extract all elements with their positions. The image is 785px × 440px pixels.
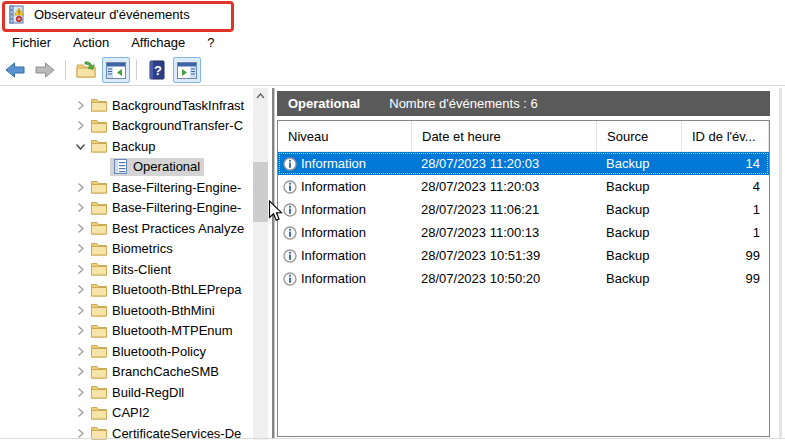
chevron-icon[interactable] (72, 384, 89, 401)
source-cell: Backup (597, 248, 682, 263)
toolbar-separator (136, 60, 137, 80)
tree-item[interactable]: Build-RegDll (72, 382, 188, 402)
chevron-icon[interactable] (72, 281, 89, 298)
tree-item-label: Base-Filtering-Engine- (112, 180, 241, 195)
information-icon (283, 180, 297, 194)
event-id-cell: 99 (682, 248, 769, 263)
chevron-icon[interactable] (72, 199, 89, 216)
chevron-icon[interactable] (72, 117, 89, 134)
tree-item[interactable]: Backup (72, 136, 159, 156)
toolbar-separator (65, 60, 66, 80)
back-icon[interactable] (1, 57, 29, 83)
table-header: NiveauDate et heureSourceID de l'év... (278, 121, 769, 152)
chevron-icon[interactable] (72, 261, 89, 278)
folder-icon (90, 200, 108, 216)
tree-item[interactable]: Bluetooth-MTPEnum (72, 321, 237, 341)
column-header[interactable]: Date et heure (412, 121, 597, 151)
tree-item-label: Biometrics (112, 241, 173, 256)
event-row[interactable]: Information 28/07/2023 11:20:03 Backup 4 (278, 175, 769, 198)
menu-item[interactable]: Fichier (1, 31, 62, 54)
panel-divider[interactable] (272, 88, 275, 438)
tree-item[interactable]: Base-Filtering-Engine- (72, 198, 245, 218)
tree-item[interactable]: BackgroundTransfer-C (72, 116, 247, 136)
level-cell: Information (278, 156, 412, 171)
information-icon (283, 272, 297, 286)
event-id-cell: 99 (682, 271, 769, 286)
events-count: Nombre d'événements : 6 (389, 96, 537, 111)
window-bottom-edge (0, 438, 785, 439)
export-folder-icon[interactable] (72, 57, 100, 83)
column-header[interactable]: Niveau (278, 121, 412, 151)
chevron-icon[interactable] (72, 220, 89, 237)
event-row[interactable]: Information 28/07/2023 10:50:20 Backup 9… (278, 267, 769, 290)
forward-icon[interactable] (31, 57, 59, 83)
folder-icon (90, 323, 108, 339)
event-row[interactable]: Information 28/07/2023 11:06:21 Backup 1 (278, 198, 769, 221)
scroll-up-icon[interactable] (253, 88, 268, 104)
level-cell: Information (278, 271, 412, 286)
scrollbar-thumb[interactable] (253, 162, 268, 222)
tree-scrollbar[interactable] (253, 88, 268, 440)
help-icon[interactable]: ? (143, 57, 171, 83)
tree-item[interactable]: BranchCacheSMB (72, 362, 223, 382)
event-row[interactable]: Information 28/07/2023 10:51:39 Backup 9… (278, 244, 769, 267)
chevron-icon[interactable] (72, 138, 89, 155)
folder-icon (90, 138, 108, 154)
tree-item[interactable]: Base-Filtering-Engine- (72, 177, 245, 197)
level-cell: Information (278, 179, 412, 194)
column-header[interactable]: ID de l'év... (682, 121, 769, 151)
menu-item[interactable]: ? (196, 31, 225, 54)
show-console-tree-icon[interactable] (102, 57, 130, 83)
event-viewer-app-icon (9, 5, 26, 24)
log-icon (111, 159, 129, 175)
tree-item[interactable]: Bluetooth-BthMini (72, 300, 219, 320)
folder-icon (90, 261, 108, 277)
chevron-icon[interactable] (72, 404, 89, 421)
event-id-cell: 14 (682, 156, 769, 171)
tree-item[interactable]: CAPI2 (72, 403, 154, 423)
show-action-pane-icon[interactable] (173, 57, 201, 83)
chevron-icon[interactable] (72, 343, 89, 360)
chevron-icon[interactable] (72, 97, 89, 114)
source-cell: Backup (597, 202, 682, 217)
tree-item[interactable]: Biometrics (72, 239, 177, 259)
event-row[interactable]: Information 28/07/2023 11:20:03 Backup 1… (278, 152, 769, 175)
datetime-cell: 28/07/2023 11:20:03 (412, 179, 597, 194)
tree-item[interactable]: Bluetooth-BthLEPrepa (72, 280, 245, 300)
window-title: Observateur d'événements (34, 7, 190, 22)
events-table: NiveauDate et heureSourceID de l'év... I… (277, 120, 770, 437)
menu-item[interactable]: Action (62, 31, 120, 54)
event-row[interactable]: Information 28/07/2023 11:00:13 Backup 1 (278, 221, 769, 244)
tree-item[interactable]: BackgroundTaskInfrast (72, 95, 248, 115)
tree-item-label: Bluetooth-BthLEPrepa (112, 282, 241, 297)
title-bar: Observateur d'événements (0, 0, 785, 28)
chevron-icon[interactable] (72, 302, 89, 319)
chevron-icon[interactable] (72, 322, 89, 339)
tree-item-label: Bluetooth-Policy (112, 344, 206, 359)
tree-item-label: Base-Filtering-Engine- (112, 200, 241, 215)
tree-item[interactable]: Bits-Client (72, 259, 175, 279)
level-cell: Information (278, 202, 412, 217)
svg-text:?: ? (154, 63, 162, 78)
folder-icon (90, 384, 108, 400)
folder-icon (90, 343, 108, 359)
chevron-icon[interactable] (72, 240, 89, 257)
tree-item-label: CAPI2 (112, 405, 150, 420)
menu-item[interactable]: Affichage (120, 31, 196, 54)
datetime-cell: 28/07/2023 10:50:20 (412, 271, 597, 286)
chevron-icon[interactable] (72, 179, 89, 196)
tree-item-label: BackgroundTaskInfrast (112, 98, 244, 113)
tree-item[interactable]: Best Practices Analyze (72, 218, 248, 238)
chevron-icon[interactable] (93, 158, 110, 175)
folder-icon (90, 97, 108, 113)
chevron-icon[interactable] (72, 363, 89, 380)
tree-item-label: Bluetooth-MTPEnum (112, 323, 233, 338)
pane-title: Operational (288, 96, 360, 111)
right-gutter (779, 88, 782, 438)
tree-item-label: Best Practices Analyze (112, 221, 244, 236)
column-header[interactable]: Source (597, 121, 682, 151)
tree-item[interactable]: Bluetooth-Policy (72, 341, 210, 361)
folder-icon (90, 220, 108, 236)
folder-icon (90, 364, 108, 380)
tree-item[interactable]: Operational (93, 157, 204, 177)
